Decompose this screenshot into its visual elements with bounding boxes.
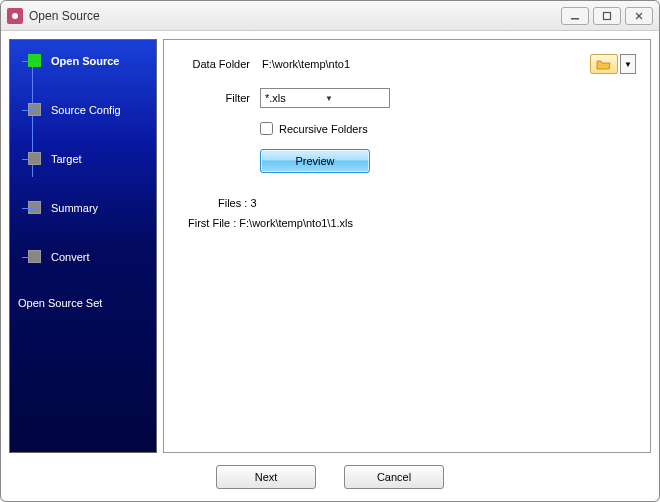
window-controls [561,7,653,25]
step-marker-icon [28,103,41,116]
filter-label: Filter [178,92,250,104]
step-marker-icon [28,250,41,263]
filter-value: *.xls [265,92,325,104]
minimize-icon [570,11,580,21]
step-marker-icon [28,201,41,214]
sidebar: Open Source Source Config Target Summary… [9,39,157,453]
sidebar-item-label: Source Config [51,104,121,116]
app-window: Open Source Open Source [0,0,660,502]
chevron-down-icon: ▼ [624,60,632,69]
recursive-checkbox[interactable] [260,122,273,135]
first-file-text: First File : F:\work\temp\nto1\1.xls [188,217,636,229]
nav-tree: Open Source Source Config Target Summary… [24,52,152,265]
data-folder-row: Data Folder ▼ [178,54,636,74]
data-folder-input[interactable] [260,54,584,74]
filter-combobox[interactable]: *.xls ▼ [260,88,390,108]
filter-row: Filter *.xls ▼ [178,88,636,108]
folder-open-icon [596,58,612,70]
sidebar-item-label: Summary [51,202,98,214]
recursive-label: Recursive Folders [279,123,368,135]
minimize-button[interactable] [561,7,589,25]
files-count-text: Files : 3 [218,197,636,209]
recursive-row: Recursive Folders [260,122,636,135]
step-marker-icon [28,152,41,165]
cancel-button[interactable]: Cancel [344,465,444,489]
svg-point-0 [12,13,18,19]
sidebar-item-open-source[interactable]: Open Source [24,52,152,69]
content-area: Open Source Source Config Target Summary… [1,31,659,457]
folder-history-dropdown[interactable]: ▼ [620,54,636,74]
titlebar: Open Source [1,1,659,31]
sidebar-item-label: Convert [51,251,90,263]
sidebar-item-label: Target [51,153,82,165]
sidebar-item-source-config[interactable]: Source Config [24,101,152,118]
maximize-icon [602,11,612,21]
next-button[interactable]: Next [216,465,316,489]
sidebar-item-target[interactable]: Target [24,150,152,167]
browse-folder-button[interactable] [590,54,618,74]
app-icon [7,8,23,24]
sidebar-item-convert[interactable]: Convert [24,248,152,265]
data-folder-label: Data Folder [178,58,250,70]
main-panel: Data Folder ▼ Filter *.xls ▼ [163,39,651,453]
footer-buttons: Next Cancel [1,457,659,501]
close-button[interactable] [625,7,653,25]
close-icon [634,11,644,21]
sidebar-footer-text: Open Source Set [14,297,152,309]
step-marker-icon [28,54,41,67]
window-title: Open Source [29,9,561,23]
sidebar-item-label: Open Source [51,55,119,67]
svg-rect-1 [571,18,579,20]
maximize-button[interactable] [593,7,621,25]
sidebar-item-summary[interactable]: Summary [24,199,152,216]
svg-rect-2 [604,12,611,19]
chevron-down-icon: ▼ [325,94,385,103]
preview-button[interactable]: Preview [260,149,370,173]
